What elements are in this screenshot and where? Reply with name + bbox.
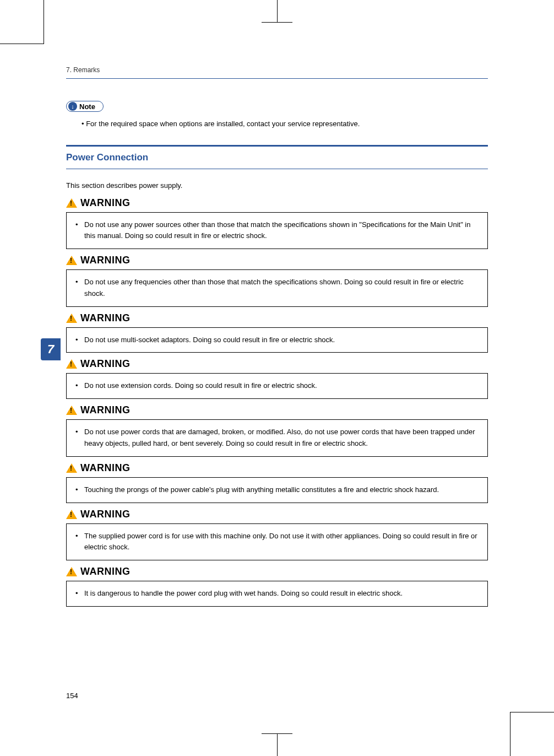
warning-heading: WARNING [66,404,488,416]
page-content: 7 7. Remarks ↓ Note • For the required s… [66,66,488,690]
warning-box: Do not use any frequencies other than th… [66,269,488,307]
warning-heading: WARNING [66,312,488,324]
warning-text: Touching the prongs of the power cable's… [75,484,479,496]
warning-heading: WARNING [66,255,488,266]
note-label: Note [79,102,95,111]
warning-text: The supplied power cord is for use with … [75,531,479,554]
warning-box: Do not use multi-socket adaptors. Doing … [66,327,488,353]
warning-heading: WARNING [66,462,488,474]
warning-box: Do not use any power sources other than … [66,212,488,250]
warning-label-text: WARNING [80,509,131,520]
warning-label-text: WARNING [80,312,131,324]
warning-box: Touching the prongs of the power cable's… [66,477,488,503]
header-rule [66,78,488,79]
warning-box: Do not use extension cords. Doing so cou… [66,373,488,399]
warning-label-text: WARNING [80,462,131,474]
warning-box: Do not use power cords that are damaged,… [66,419,488,457]
crop-mark-bottom-right [510,712,554,756]
note-badge: ↓ Note [66,101,104,112]
warning-triangle-icon [66,198,77,208]
warning-triangle-icon [66,256,77,265]
note-bullet: • For the required space when options ar… [82,118,488,129]
warning-text: Do not use extension cords. Doing so cou… [75,380,479,392]
warning-heading: WARNING [66,509,488,520]
crop-mark-top-left [0,0,44,44]
warning-heading: WARNING [66,358,488,370]
warning-triangle-icon [66,406,77,415]
warning-text: Do not use any power sources other than … [75,219,479,242]
warning-text: It is dangerous to handle the power cord… [75,588,479,600]
warning-heading: WARNING [66,566,488,577]
section-intro: This section describes power supply. [66,181,488,190]
warning-label-text: WARNING [80,566,131,577]
chapter-tab: 7 [41,338,61,360]
warning-text: Do not use any frequencies other than th… [75,277,479,300]
warning-box: It is dangerous to handle the power cord… [66,581,488,607]
warning-triangle-icon [66,314,77,323]
warning-text: Do not use multi-socket adaptors. Doing … [75,334,479,346]
warning-box: The supplied power cord is for use with … [66,523,488,561]
warning-heading: WARNING [66,197,488,209]
crop-mark-top-center [266,0,288,22]
crop-mark-bottom-center [266,734,288,756]
warning-label-text: WARNING [80,197,131,209]
warning-triangle-icon [66,510,77,519]
warning-triangle-icon [66,359,77,369]
warning-label-text: WARNING [80,255,131,266]
down-arrow-icon: ↓ [68,102,77,111]
warning-text: Do not use power cords that are damaged,… [75,426,479,450]
warning-triangle-icon [66,567,77,576]
warning-label-text: WARNING [80,358,131,370]
section-title: Power Connection [66,145,488,169]
warning-triangle-icon [66,463,77,473]
warning-label-text: WARNING [80,404,131,416]
page-number: 154 [66,692,78,700]
header-breadcrumb: 7. Remarks [66,66,488,74]
